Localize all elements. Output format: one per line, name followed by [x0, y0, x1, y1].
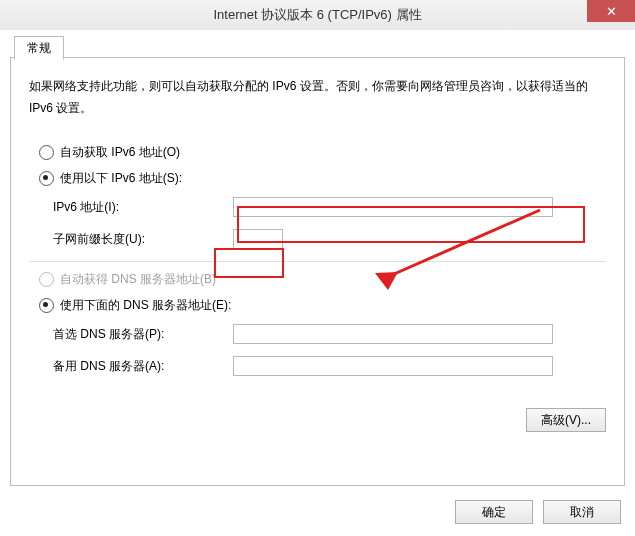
close-button[interactable]: ✕	[587, 0, 635, 22]
cancel-button[interactable]: 取消	[543, 500, 621, 524]
radio-icon	[39, 171, 54, 186]
advanced-button-label: 高级(V)...	[541, 412, 591, 429]
tab-control: 常规 如果网络支持此功能，则可以自动获取分配的 IPv6 设置。否则，你需要向网…	[10, 35, 625, 486]
title-bar: Internet 协议版本 6 (TCP/IPv6) 属性 ✕	[0, 0, 635, 31]
row-pref-dns: 首选 DNS 服务器(P):	[53, 320, 606, 348]
advanced-button[interactable]: 高级(V)...	[526, 408, 606, 432]
radio-icon	[39, 298, 54, 313]
label-pref-dns: 首选 DNS 服务器(P):	[53, 326, 233, 343]
label-alt-dns: 备用 DNS 服务器(A):	[53, 358, 233, 375]
separator	[29, 261, 606, 262]
radio-manual-dns-label: 使用下面的 DNS 服务器地址(E):	[60, 297, 231, 314]
row-ipv6-address: IPv6 地址(I):	[53, 193, 606, 221]
ok-button-label: 确定	[482, 504, 506, 521]
radio-auto-ipv6[interactable]: 自动获取 IPv6 地址(O)	[39, 141, 606, 163]
row-prefix-length: 子网前缀长度(U):	[53, 225, 606, 253]
label-ipv6-address: IPv6 地址(I):	[53, 199, 233, 216]
radio-manual-ipv6-label: 使用以下 IPv6 地址(S):	[60, 170, 182, 187]
ipv6-fields: IPv6 地址(I): 子网前缀长度(U):	[53, 193, 606, 253]
radio-auto-dns: 自动获得 DNS 服务器地址(B)	[39, 268, 606, 290]
tab-strip: 常规	[10, 35, 625, 57]
dialog-buttons: 确定 取消	[455, 500, 621, 524]
tab-panel-general: 如果网络支持此功能，则可以自动获取分配的 IPv6 设置。否则，你需要向网络管理…	[10, 57, 625, 486]
radio-manual-ipv6[interactable]: 使用以下 IPv6 地址(S):	[39, 167, 606, 189]
cancel-button-label: 取消	[570, 504, 594, 521]
tab-general[interactable]: 常规	[14, 36, 64, 60]
radio-manual-dns[interactable]: 使用下面的 DNS 服务器地址(E):	[39, 294, 606, 316]
description-text: 如果网络支持此功能，则可以自动获取分配的 IPv6 设置。否则，你需要向网络管理…	[29, 76, 606, 119]
radio-icon	[39, 272, 54, 287]
window-body: 常规 如果网络支持此功能，则可以自动获取分配的 IPv6 设置。否则，你需要向网…	[0, 30, 635, 536]
dns-fields: 首选 DNS 服务器(P): 备用 DNS 服务器(A):	[53, 320, 606, 380]
radio-icon	[39, 145, 54, 160]
properties-dialog: Internet 协议版本 6 (TCP/IPv6) 属性 ✕ 常规 如果网络支…	[0, 0, 635, 536]
close-icon: ✕	[606, 5, 617, 18]
label-prefix-length: 子网前缀长度(U):	[53, 231, 233, 248]
radio-auto-dns-label: 自动获得 DNS 服务器地址(B)	[60, 271, 216, 288]
tab-general-label: 常规	[27, 40, 51, 57]
input-ipv6-address[interactable]	[233, 197, 553, 217]
radio-auto-ipv6-label: 自动获取 IPv6 地址(O)	[60, 144, 180, 161]
row-alt-dns: 备用 DNS 服务器(A):	[53, 352, 606, 380]
input-alt-dns[interactable]	[233, 356, 553, 376]
window-title: Internet 协议版本 6 (TCP/IPv6) 属性	[0, 6, 635, 24]
ok-button[interactable]: 确定	[455, 500, 533, 524]
advanced-row: 高级(V)...	[29, 408, 606, 432]
input-pref-dns[interactable]	[233, 324, 553, 344]
input-prefix-length[interactable]	[233, 229, 283, 249]
